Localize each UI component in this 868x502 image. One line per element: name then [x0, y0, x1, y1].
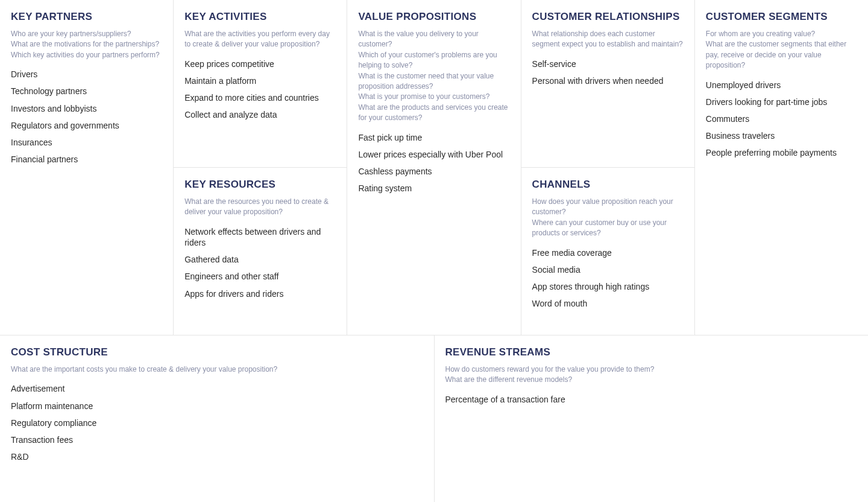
- list-item: App stores through high ratings: [532, 281, 684, 292]
- prompts-key-resources: What are the resources you need to creat…: [184, 197, 336, 218]
- list-item: Keep prices competitive: [184, 59, 336, 69]
- title-key-activities: KEY ACTIVITIES: [184, 11, 336, 23]
- list-item: Cashless payments: [358, 166, 509, 177]
- prompt-line: Where can your customer buy or use your …: [532, 218, 684, 239]
- title-key-resources: KEY RESOURCES: [184, 179, 336, 191]
- prompts-key-activities: What are the activities you perform ever…: [184, 29, 336, 50]
- prompt-line: What are the motivations for the partner…: [11, 39, 162, 49]
- cell-key-partners: KEY PARTNERS Who are your key partners/s…: [0, 0, 173, 179]
- list-item: Platform maintenance: [11, 401, 423, 411]
- items-customer-segments: Unemployed drivers Drivers looking for p…: [706, 80, 857, 159]
- list-item: Percentage of a transaction fare: [445, 394, 858, 405]
- business-model-canvas: KEY PARTNERS Who are your key partners/s…: [0, 0, 868, 502]
- prompt-line: Which key activities do your partners pe…: [11, 50, 162, 60]
- title-channels: CHANNELS: [532, 179, 684, 191]
- list-item: Apps for drivers and riders: [184, 288, 336, 299]
- prompts-channels: How does your value proposition reach yo…: [532, 197, 684, 239]
- list-item: Personal with drivers when needed: [532, 75, 684, 86]
- list-item: Financial partners: [11, 154, 162, 165]
- prompt-line: How does your value proposition reach yo…: [532, 197, 684, 218]
- prompt-line: What are the important costs you make to…: [11, 364, 423, 375]
- list-item: Lower prices especially with Uber Pool: [358, 149, 509, 160]
- list-item: Insurances: [11, 137, 162, 148]
- items-cost-structure: Advertisement Platform maintenance Regul…: [11, 383, 423, 462]
- list-item: Advertisement: [11, 383, 423, 394]
- list-item: Free media coverage: [532, 247, 684, 258]
- list-item: Commuters: [706, 113, 857, 124]
- prompts-value-propositions: What is the value you delivery to your c…: [358, 29, 509, 124]
- list-item: Drivers looking for part-time jobs: [706, 97, 857, 107]
- prompt-line: What is your promise to your customers?: [358, 92, 509, 102]
- title-value-propositions: VALUE PROPOSITIONS: [358, 11, 509, 23]
- items-value-propositions: Fast pick up time Lower prices especiall…: [358, 132, 509, 194]
- cell-cost-structure: COST STRUCTURE What are the important co…: [0, 335, 434, 502]
- list-item: Investors and lobbyists: [11, 103, 162, 114]
- prompt-line: What are the customer segments that eith…: [706, 39, 857, 71]
- list-item: Collect and analyze data: [184, 109, 336, 120]
- list-item: Regulatory compliance: [11, 418, 423, 428]
- list-item: Fast pick up time: [358, 132, 509, 143]
- prompts-key-partners: Who are your key partners/suppliers? Wha…: [11, 29, 162, 60]
- items-key-activities: Keep prices competitive Maintain a platf…: [184, 59, 336, 121]
- list-item: Drivers: [11, 69, 162, 80]
- col-value-propositions: VALUE PROPOSITIONS What is the value you…: [347, 0, 521, 335]
- prompt-line: What relationship does each customer seg…: [532, 29, 684, 50]
- list-item: Network effects between drivers and ride…: [184, 226, 336, 248]
- list-item: Rating system: [358, 183, 509, 194]
- title-customer-segments: CUSTOMER SEGMENTS: [706, 11, 857, 23]
- prompts-customer-relationships: What relationship does each customer seg…: [532, 29, 684, 50]
- list-item: Unemployed drivers: [706, 80, 857, 91]
- list-item: Regulators and governments: [11, 120, 162, 131]
- items-revenue-streams: Percentage of a transaction fare: [445, 394, 858, 405]
- list-item: Business travelers: [706, 130, 857, 141]
- prompt-line: How do customers reward you for the valu…: [445, 364, 858, 375]
- title-key-partners: KEY PARTNERS: [11, 11, 162, 23]
- list-item: Technology partners: [11, 86, 162, 97]
- prompt-line: For whom are you creating value?: [706, 29, 857, 39]
- prompts-cost-structure: What are the important costs you make to…: [11, 364, 423, 375]
- prompt-line: What are the resources you need to creat…: [184, 197, 336, 218]
- prompt-line: What are the products and services you c…: [358, 103, 509, 124]
- col-key-partners: KEY PARTNERS Who are your key partners/s…: [0, 0, 174, 335]
- col-relationships-channels: CUSTOMER RELATIONSHIPS What relationship…: [521, 0, 695, 335]
- title-revenue-streams: REVENUE STREAMS: [445, 346, 858, 358]
- cell-customer-segments: CUSTOMER SEGMENTS For whom are you creat…: [695, 0, 868, 173]
- prompt-line: Which of your customer's problems are yo…: [358, 50, 509, 71]
- list-item: Engineers and other staff: [184, 271, 336, 282]
- prompt-line: Who are your key partners/suppliers?: [11, 29, 162, 39]
- cell-channels: CHANNELS How does your value proposition…: [521, 167, 694, 335]
- list-item: Word of mouth: [532, 298, 684, 309]
- prompt-line: What are the activities you perform ever…: [184, 29, 336, 50]
- col-customer-segments: CUSTOMER SEGMENTS For whom are you creat…: [695, 0, 868, 335]
- canvas-top-row: KEY PARTNERS Who are your key partners/s…: [0, 0, 868, 335]
- title-customer-relationships: CUSTOMER RELATIONSHIPS: [532, 11, 684, 23]
- cell-customer-relationships: CUSTOMER RELATIONSHIPS What relationship…: [521, 0, 694, 167]
- list-item: R&D: [11, 451, 423, 462]
- items-key-resources: Network effects between drivers and ride…: [184, 226, 336, 299]
- list-item: Maintain a platform: [184, 75, 336, 86]
- canvas-bottom-row: COST STRUCTURE What are the important co…: [0, 335, 868, 502]
- cell-value-propositions: VALUE PROPOSITIONS What is the value you…: [347, 0, 520, 208]
- list-item: Transaction fees: [11, 434, 423, 445]
- prompt-line: What is the customer need that your valu…: [358, 71, 509, 92]
- list-item: People preferring mobile payments: [706, 147, 857, 158]
- list-item: Gathered data: [184, 254, 336, 265]
- cell-key-activities: KEY ACTIVITIES What are the activities y…: [174, 0, 347, 167]
- title-cost-structure: COST STRUCTURE: [11, 346, 423, 358]
- items-customer-relationships: Self-service Personal with drivers when …: [532, 59, 684, 86]
- items-key-partners: Drivers Technology partners Investors an…: [11, 69, 162, 165]
- list-item: Expand to more cities and countries: [184, 92, 336, 103]
- col-activities-resources: KEY ACTIVITIES What are the activities y…: [174, 0, 347, 335]
- list-item: Self-service: [532, 59, 684, 69]
- prompts-customer-segments: For whom are you creating value? What ar…: [706, 29, 857, 71]
- list-item: Social media: [532, 264, 684, 275]
- cell-key-resources: KEY RESOURCES What are the resources you…: [174, 167, 347, 335]
- cell-revenue-streams: REVENUE STREAMS How do customers reward …: [434, 335, 869, 502]
- prompt-line: What is the value you delivery to your c…: [358, 29, 509, 50]
- items-channels: Free media coverage Social media App sto…: [532, 247, 684, 310]
- prompts-revenue-streams: How do customers reward you for the valu…: [445, 364, 858, 386]
- prompt-line: What are the different revenue models?: [445, 375, 858, 385]
